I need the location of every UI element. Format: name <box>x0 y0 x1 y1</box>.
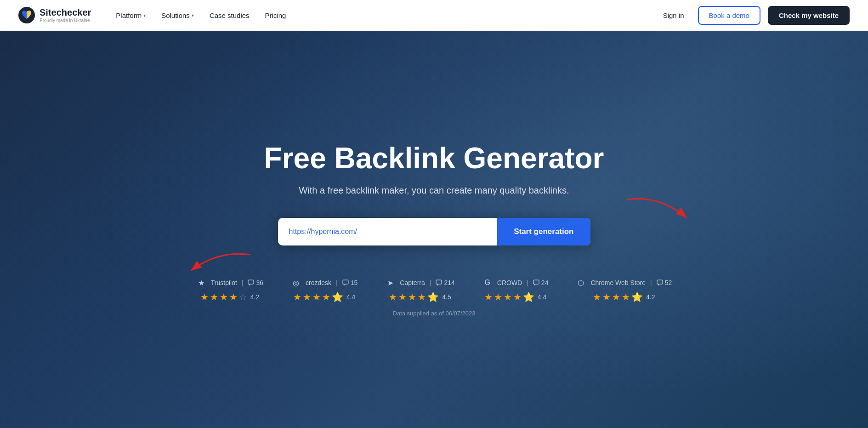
rating-stars: ★★★★⭐ 4.4 <box>484 291 546 302</box>
divider: | <box>242 279 244 286</box>
star-full-icon: ★ <box>220 291 228 302</box>
hero-section: Free Backlink Generator With a free back… <box>0 31 868 428</box>
star-half-icon: ⭐ <box>332 291 343 302</box>
star-full-icon: ★ <box>210 291 218 302</box>
chevron-down-icon: ▾ <box>143 13 146 18</box>
nav-platform[interactable]: Platform ▾ <box>109 8 152 23</box>
rating-item: ★ Trustpilot | 36 ★★★★☆ 4.2 <box>196 278 263 302</box>
star-full-icon: ★ <box>293 291 301 302</box>
star-full-icon: ★ <box>418 291 426 302</box>
rating-score: 4.4 <box>538 293 546 301</box>
star-half-icon: ⭐ <box>631 291 643 302</box>
sign-in-button[interactable]: Sign in <box>657 8 691 23</box>
rating-stars: ★★★★⭐ 4.5 <box>389 291 451 302</box>
hero-title: Free Backlink Generator <box>237 142 632 174</box>
platform-name: Chrome Web Store <box>590 279 646 286</box>
platform-icon: ⬡ <box>576 278 586 288</box>
nav-links: Platform ▾ Solutions ▾ Case studies Pric… <box>109 8 656 23</box>
comment-icon <box>248 280 254 286</box>
rating-stars: ★★★★⭐ 4.2 <box>593 291 655 302</box>
comment-icon <box>657 280 663 286</box>
platform-name: Capterra <box>400 279 425 286</box>
platform-name: crozdesk <box>306 279 331 286</box>
logo-title: Sitechecker <box>40 7 91 18</box>
rating-header: ➤ Capterra | 214 <box>385 278 454 288</box>
rating-stars: ★★★★☆ 4.2 <box>200 291 259 302</box>
book-demo-button[interactable]: Book a demo <box>698 6 760 25</box>
divider: | <box>527 279 528 286</box>
platform-icon: G <box>482 278 493 288</box>
star-full-icon: ★ <box>200 291 209 302</box>
navbar: Sitechecker Proudly made in Ukraine Plat… <box>0 0 868 31</box>
nav-right: Sign in Book a demo Check my website <box>657 6 850 25</box>
svg-rect-3 <box>248 280 254 284</box>
review-count: 24 <box>533 279 549 286</box>
search-wrapper: Start generation <box>237 218 632 268</box>
platform-name: Trustpilot <box>211 279 237 286</box>
star-full-icon: ★ <box>484 291 493 302</box>
review-count: 52 <box>657 279 672 286</box>
star-empty-icon: ☆ <box>239 291 247 302</box>
star-full-icon: ★ <box>322 291 330 302</box>
svg-rect-5 <box>436 280 442 284</box>
rating-header: ★ Trustpilot | 36 <box>196 278 263 288</box>
star-full-icon: ★ <box>312 291 321 302</box>
rating-score: 4.5 <box>442 293 451 301</box>
data-note: Data supplied as of 06/07/2023 <box>393 310 476 317</box>
star-full-icon: ★ <box>513 291 522 302</box>
search-bar: Start generation <box>278 218 590 245</box>
platform-icon: ➤ <box>385 278 395 288</box>
nav-pricing[interactable]: Pricing <box>259 8 293 23</box>
review-count: 15 <box>342 279 358 286</box>
logo-subtitle: Proudly made in Ukraine <box>40 18 91 23</box>
rating-header: G CROWD | 24 <box>482 278 549 288</box>
platform-icon: ◎ <box>291 278 301 288</box>
rating-stars: ★★★★⭐ 4.4 <box>293 291 355 302</box>
rating-item: G CROWD | 24 ★★★★⭐ 4.4 <box>482 278 549 302</box>
rating-score: 4.4 <box>346 293 355 301</box>
star-full-icon: ★ <box>408 291 416 302</box>
rating-item: ◎ crozdesk | 15 ★★★★⭐ 4.4 <box>291 278 357 302</box>
arrow-right-icon <box>623 190 696 227</box>
rating-item: ⬡ Chrome Web Store | 52 ★★★★⭐ 4.2 <box>576 278 672 302</box>
start-generation-button[interactable]: Start generation <box>497 218 590 245</box>
ratings-bar: ★ Trustpilot | 36 ★★★★☆ 4.2 ◎ crozdesk <box>196 278 672 302</box>
platform-icon: ★ <box>196 278 206 288</box>
star-full-icon: ★ <box>303 291 311 302</box>
star-full-icon: ★ <box>398 291 407 302</box>
hero-content: Free Backlink Generator With a free back… <box>227 142 641 268</box>
star-full-icon: ★ <box>229 291 238 302</box>
star-full-icon: ★ <box>389 291 397 302</box>
rating-item: ➤ Capterra | 214 ★★★★⭐ 4.5 <box>385 278 454 302</box>
url-input[interactable] <box>278 218 498 245</box>
svg-rect-4 <box>343 280 348 284</box>
review-count: 36 <box>248 279 263 286</box>
rating-header: ◎ crozdesk | 15 <box>291 278 357 288</box>
star-full-icon: ★ <box>612 291 620 302</box>
star-full-icon: ★ <box>494 291 502 302</box>
logo-text: Sitechecker Proudly made in Ukraine <box>40 7 91 23</box>
logo-icon <box>18 7 35 23</box>
divider: | <box>336 279 338 286</box>
star-full-icon: ★ <box>622 291 630 302</box>
rating-score: 4.2 <box>250 293 259 301</box>
logo[interactable]: Sitechecker Proudly made in Ukraine <box>18 7 91 23</box>
star-full-icon: ★ <box>593 291 601 302</box>
arrow-left-icon <box>182 245 255 282</box>
hero-subtitle: With a free backlink maker, you can crea… <box>237 185 632 196</box>
svg-rect-7 <box>657 280 663 284</box>
divider: | <box>650 279 652 286</box>
star-full-icon: ★ <box>504 291 512 302</box>
check-website-button[interactable]: Check my website <box>768 6 850 25</box>
chevron-down-icon: ▾ <box>192 13 194 18</box>
rating-score: 4.2 <box>646 293 655 301</box>
rating-header: ⬡ Chrome Web Store | 52 <box>576 278 672 288</box>
platform-name: CROWD <box>497 279 522 286</box>
comment-icon <box>342 280 349 286</box>
review-count: 214 <box>436 279 454 286</box>
nav-case-studies[interactable]: Case studies <box>203 8 256 23</box>
comment-icon <box>436 280 442 286</box>
divider: | <box>430 279 431 286</box>
comment-icon <box>533 280 539 286</box>
nav-solutions[interactable]: Solutions ▾ <box>155 8 200 23</box>
